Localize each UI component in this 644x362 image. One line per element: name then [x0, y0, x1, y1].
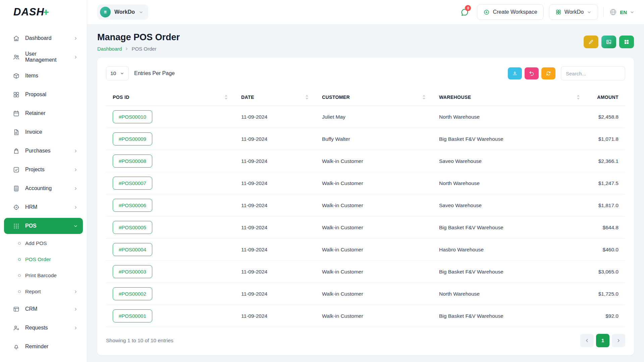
calendar-icon: [13, 110, 20, 117]
pos-id-link[interactable]: #POS00003: [113, 265, 152, 278]
sidebar-item-label: Projects: [25, 167, 68, 173]
column-header-warehouse[interactable]: WAREHOUSE: [432, 95, 587, 100]
pos-id-link[interactable]: #POS00007: [113, 177, 152, 190]
pos-id-link[interactable]: #POS00004: [113, 243, 152, 256]
sidebar-item-accounting[interactable]: Accounting: [4, 179, 83, 198]
sidebar-subitem-pos-order[interactable]: POS Order: [4, 251, 83, 267]
column-header-pos-id[interactable]: POS ID: [106, 95, 234, 100]
layout-panel-icon: [13, 305, 20, 313]
table-row: #POS00003 11-09-2024 Walk-in Customer Bi…: [106, 261, 625, 283]
table-row: #POS00007 11-09-2024 Walk-in Customer No…: [106, 172, 625, 194]
showing-entries-text: Showing 1 to 10 of 10 entries: [106, 338, 173, 344]
chevron-right-icon: [73, 186, 78, 191]
search-input[interactable]: [561, 66, 625, 80]
pos-id-link[interactable]: #POS00005: [113, 221, 152, 234]
chevron-right-icon: [616, 338, 621, 343]
cell-amount: $644.8: [587, 225, 625, 231]
breadcrumb: Dashboard POS Order: [97, 46, 180, 52]
export-button[interactable]: [508, 67, 522, 79]
image-icon: [606, 39, 612, 45]
pos-id-link[interactable]: #POS00001: [113, 309, 152, 322]
sidebar-item-hrm[interactable]: HRM: [4, 198, 83, 217]
media-button[interactable]: [601, 36, 616, 48]
sidebar-item-reminder[interactable]: Reminder: [4, 337, 83, 356]
sidebar-item-requests[interactable]: Requests: [4, 318, 83, 337]
cell-customer: Walk-in Customer: [315, 269, 432, 275]
column-header-customer[interactable]: CUSTOMER: [315, 95, 432, 100]
download-icon: [512, 70, 518, 76]
column-label: WAREHOUSE: [439, 95, 471, 100]
pos-id-link[interactable]: #POS00006: [113, 199, 152, 212]
sidebar-item-crm[interactable]: CRM: [4, 300, 83, 318]
pos-id-link[interactable]: #POS00009: [113, 132, 152, 145]
sidebar-item-items[interactable]: Items: [4, 66, 83, 85]
sidebar-item-label: POS: [25, 223, 68, 229]
cell-warehouse: Big Basket F&V Warehouse: [432, 313, 587, 319]
create-workspace-label: Create Workspace: [493, 9, 537, 15]
cell-warehouse: Hasbro Warehouse: [432, 247, 587, 253]
sidebar-item-label: Dashboard: [25, 35, 68, 41]
cell-amount: $92.0: [587, 313, 625, 319]
calculator-icon: [13, 185, 20, 192]
workdo-menu-label: WorkDo: [565, 9, 584, 15]
sidebar-item-label: Requests: [25, 325, 68, 331]
pagination-page-1-button[interactable]: 1: [596, 334, 609, 347]
messages-button[interactable]: 0: [458, 5, 472, 19]
cell-warehouse: Saveo Warehouse: [432, 202, 587, 208]
breadcrumb-dashboard-link[interactable]: Dashboard: [97, 46, 122, 52]
language-switcher[interactable]: EN: [609, 8, 635, 16]
sidebar-item-purchases[interactable]: Purchases: [4, 141, 83, 160]
sidebar-item-dashboard[interactable]: Dashboard: [4, 29, 83, 48]
pagination-prev-button[interactable]: [580, 334, 594, 347]
sidebar-item-proposal[interactable]: Proposal: [4, 85, 83, 104]
chevron-left-icon: [584, 338, 590, 343]
cell-customer: Walk-in Customer: [315, 247, 432, 253]
chevron-right-icon: [73, 36, 78, 41]
column-label: DATE: [241, 95, 254, 100]
refresh-button[interactable]: [541, 67, 555, 79]
cell-amount: $3,065.0: [587, 269, 625, 275]
messages-badge: 0: [465, 5, 471, 11]
pos-id-link[interactable]: #POS00002: [113, 287, 152, 300]
column-header-date[interactable]: DATE: [234, 95, 315, 100]
column-header-amount[interactable]: AMOUNT: [587, 95, 625, 100]
sidebar-subitem-label: Print Barcode: [25, 273, 78, 279]
logo-plus-mark: +: [43, 6, 49, 18]
cell-amount: $1,725.0: [587, 291, 625, 297]
shopping-bag-icon: [13, 147, 20, 155]
pagination-next-button[interactable]: [612, 334, 625, 347]
sidebar-item-projects[interactable]: Projects: [4, 160, 83, 179]
sidebar-subitem-report[interactable]: Report: [4, 284, 83, 300]
cell-customer: Walk-in Customer: [315, 313, 432, 319]
sidebar-item-retainer[interactable]: Retainer: [4, 104, 83, 123]
column-label: CUSTOMER: [322, 95, 350, 100]
sidebar-item-label: Reminder: [25, 344, 78, 350]
grid-view-button[interactable]: [619, 36, 634, 48]
entries-per-page-select[interactable]: 10: [106, 66, 129, 80]
undo-button[interactable]: [525, 67, 539, 79]
cell-date: 11-09-2024: [234, 136, 315, 142]
home-icon: [13, 35, 20, 42]
create-workspace-button[interactable]: Create Workspace: [477, 4, 543, 20]
sidebar-subitem-print-barcode[interactable]: Print Barcode: [4, 267, 83, 284]
workdo-menu-button[interactable]: WorkDo: [549, 4, 598, 20]
app-logo[interactable]: DASH +: [0, 0, 87, 24]
sidebar-item-user-management[interactable]: User Management: [4, 48, 83, 66]
edit-theme-button[interactable]: [584, 36, 598, 48]
workspace-switcher[interactable]: WorkDo: [97, 4, 148, 20]
table-footer: Showing 1 to 10 of 10 entries 1: [106, 334, 625, 347]
sidebar-subitem-add-pos[interactable]: Add POS: [4, 235, 83, 251]
pos-order-card: 10 Entries Per Page POS ID DATE CUSTOMER: [97, 58, 634, 355]
pos-id-link[interactable]: #POS00008: [113, 155, 152, 168]
grid-dots-icon: [13, 222, 20, 230]
page-header: Manage POS Order Dashboard POS Order: [97, 32, 634, 52]
cell-customer: Walk-in Customer: [315, 225, 432, 231]
table-row: #POS00008 11-09-2024 Walk-in Customer Sa…: [106, 150, 625, 172]
table-header-row: POS ID DATE CUSTOMER WAREHOUSE AMOUNT: [106, 88, 625, 106]
sidebar-item-pos[interactable]: POS: [4, 218, 83, 234]
sidebar-item-invoice[interactable]: Invoice: [4, 123, 83, 141]
pos-id-link[interactable]: #POS00010: [113, 110, 152, 123]
app-root: DASH + Dashboard User Management Items P…: [0, 0, 644, 362]
sidebar-subitem-label: Add POS: [25, 240, 78, 246]
user-plus-icon: [13, 324, 20, 331]
